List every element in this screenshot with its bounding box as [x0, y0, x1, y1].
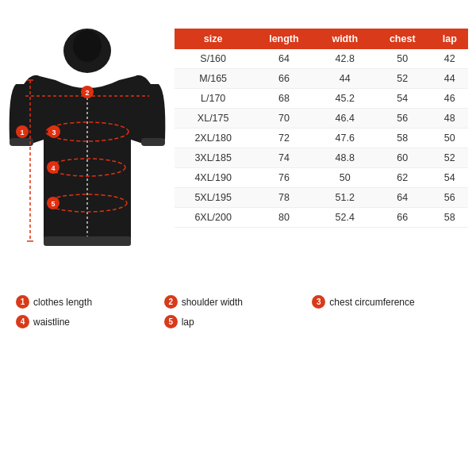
table-row: 4XL/19076506254	[175, 168, 468, 188]
table-cell: 46	[432, 89, 469, 109]
size-table-container: sizelengthwidthchestlap S/1606442.85042M…	[175, 29, 468, 228]
legend-label: clothes length	[33, 297, 92, 308]
table-row: 5XL/1957851.26456	[175, 188, 468, 208]
table-row: XL/1757046.45648	[175, 109, 468, 129]
table-cell: 52	[432, 148, 469, 168]
table-cell: 58	[374, 129, 432, 148]
table-cell: 70	[251, 109, 316, 129]
table-cell: S/160	[175, 49, 251, 69]
table-cell: 52	[374, 69, 432, 89]
table-cell: L/170	[175, 89, 251, 109]
table-cell: 54	[432, 168, 469, 188]
table-header-row: sizelengthwidthchestlap	[175, 29, 468, 49]
legend-item: 4waistline	[16, 315, 164, 328]
table-cell: 58	[432, 208, 469, 228]
table-header-length: length	[251, 29, 316, 49]
legend-item: 1clothes length	[16, 295, 164, 309]
table-header-lap: lap	[432, 29, 469, 49]
legend-item: 5lap	[164, 315, 313, 328]
table-cell: 42.8	[317, 49, 374, 69]
table-cell: 51.2	[317, 188, 374, 208]
table-row: M/16566445244	[175, 69, 468, 89]
table-cell: 64	[251, 49, 316, 69]
table-cell: 74	[251, 148, 316, 168]
table-header-chest: chest	[374, 29, 432, 49]
main-area: 1 2 3 4 5	[8, 29, 468, 282]
table-cell: 3XL/185	[175, 148, 251, 168]
table-cell: 62	[374, 168, 432, 188]
table-row: L/1706845.25446	[175, 89, 468, 109]
legend: 1clothes length2shoulder width3chest cir…	[8, 295, 468, 328]
table-cell: 56	[432, 188, 469, 208]
svg-rect-5	[44, 236, 131, 246]
table-cell: 66	[251, 69, 316, 89]
table-cell: 6XL/200	[175, 208, 251, 228]
table-cell: 46.4	[317, 109, 374, 129]
table-cell: 2XL/180	[175, 129, 251, 148]
legend-label: lap	[182, 317, 194, 328]
table-cell: 42	[432, 49, 469, 69]
legend-badge: 1	[16, 295, 29, 309]
table-cell: 44	[317, 69, 374, 89]
table-header-width: width	[317, 29, 374, 49]
svg-text:1: 1	[20, 129, 24, 136]
legend-badge: 4	[16, 315, 29, 328]
table-cell: 47.6	[317, 129, 374, 148]
table-cell: 78	[251, 188, 316, 208]
table-header-size: size	[175, 29, 251, 49]
table-row: 6XL/2008052.46658	[175, 208, 468, 228]
table-cell: XL/175	[175, 109, 251, 129]
svg-point-1	[73, 30, 102, 62]
legend-badge: 5	[164, 315, 178, 328]
legend-badge: 3	[312, 295, 325, 309]
jacket-svg: 1 2 3 4 5	[8, 29, 167, 267]
table-cell: 50	[432, 129, 469, 148]
jacket-illustration: 1 2 3 4 5	[8, 29, 175, 282]
table-cell: 64	[374, 188, 432, 208]
table-cell: 48.8	[317, 148, 374, 168]
table-cell: 44	[432, 69, 469, 89]
table-cell: 45.2	[317, 89, 374, 109]
svg-text:5: 5	[51, 200, 55, 208]
size-table: sizelengthwidthchestlap S/1606442.85042M…	[175, 29, 468, 228]
table-cell: 66	[374, 208, 432, 228]
table-row: 3XL/1857448.86052	[175, 148, 468, 168]
legend-label: waistline	[33, 317, 70, 328]
table-cell: 50	[317, 168, 374, 188]
table-cell: 50	[374, 49, 432, 69]
table-cell: 76	[251, 168, 316, 188]
table-cell: 68	[251, 89, 316, 109]
page-container: 1 2 3 4 5	[0, 0, 476, 476]
legend-badge: 2	[164, 295, 178, 309]
table-cell: 80	[251, 208, 316, 228]
table-cell: 48	[432, 109, 469, 129]
legend-item: 2shoulder width	[164, 295, 313, 309]
svg-text:4: 4	[51, 164, 55, 172]
table-cell: 56	[374, 109, 432, 129]
table-cell: 72	[251, 129, 316, 148]
table-cell: 4XL/190	[175, 168, 251, 188]
table-cell: 60	[374, 148, 432, 168]
table-cell: 5XL/195	[175, 188, 251, 208]
legend-label: chest circumference	[329, 297, 414, 308]
svg-text:3: 3	[52, 129, 56, 136]
table-row: S/1606442.85042	[175, 49, 468, 69]
table-row: 2XL/1807247.65850	[175, 129, 468, 148]
table-cell: 52.4	[317, 208, 374, 228]
table-cell: M/165	[175, 69, 251, 89]
svg-rect-4	[141, 138, 165, 146]
legend-label: shoulder width	[182, 297, 243, 308]
legend-item: 3chest circumference	[312, 295, 460, 309]
table-cell: 54	[374, 89, 432, 109]
svg-text:2: 2	[85, 89, 89, 97]
